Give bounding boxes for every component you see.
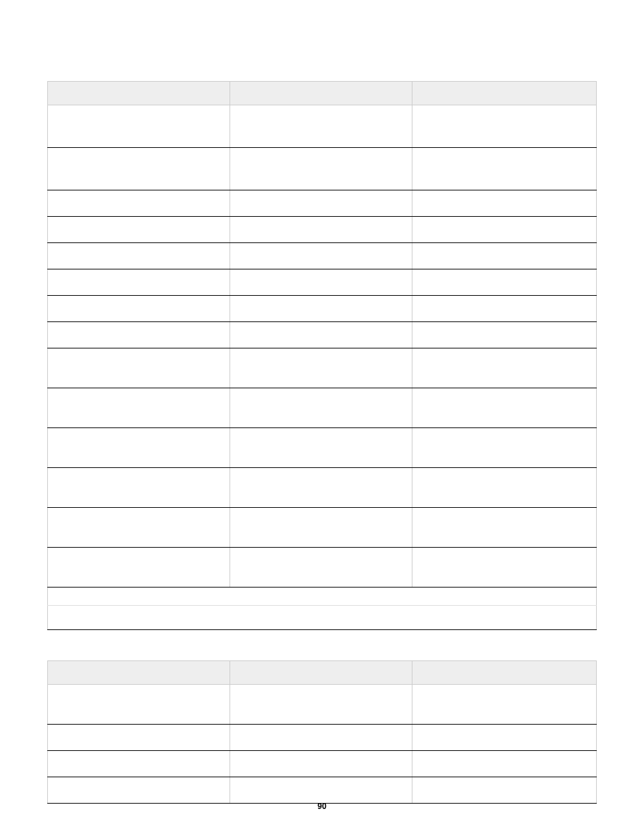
table-1-cell — [412, 217, 596, 243]
table-1-cell — [412, 468, 596, 508]
table-1-cell — [230, 428, 412, 468]
table-1-cell — [230, 243, 412, 269]
table-1-cell — [412, 348, 596, 388]
table-1-row — [48, 322, 597, 348]
table-1-cell — [230, 190, 412, 217]
table-2-wrapper — [47, 660, 597, 804]
table-2-row — [48, 777, 597, 804]
table-1-cell — [230, 548, 412, 588]
table-2-cell — [412, 751, 596, 777]
table-1-cell — [230, 508, 412, 548]
table-1-cell — [48, 388, 230, 428]
table-1-row — [48, 508, 597, 548]
table-1-cell — [48, 508, 230, 548]
table-1-cell — [412, 190, 596, 217]
table-1-cell — [412, 508, 596, 548]
table-1-cell — [48, 148, 230, 190]
table-1-cell — [230, 148, 412, 190]
table-1-cell — [412, 428, 596, 468]
table-1-cell — [412, 548, 596, 588]
table-1-cell — [412, 243, 596, 269]
table-2-cell — [48, 685, 230, 725]
table-2-cell — [230, 777, 412, 804]
table-1-cell — [412, 296, 596, 322]
table-2 — [47, 660, 597, 804]
table-1-cell — [230, 217, 412, 243]
section-divider — [47, 605, 597, 606]
table-1-cell — [48, 217, 230, 243]
table-1-cell — [412, 269, 596, 296]
table-2-row — [48, 751, 597, 777]
table-1-cell — [48, 269, 230, 296]
table-1-row — [48, 296, 597, 322]
table-1-cell — [230, 269, 412, 296]
table-1-header-cell — [48, 82, 230, 105]
table-1-row — [48, 243, 597, 269]
table-1-row — [48, 217, 597, 243]
table-2-cell — [412, 777, 596, 804]
table-1-cell — [230, 296, 412, 322]
table-2-header-cell — [412, 661, 596, 685]
table-1-cell — [412, 148, 596, 190]
table-1-row — [48, 388, 597, 428]
table-2-cell — [230, 725, 412, 751]
table-1-row — [48, 105, 597, 148]
table-1-cell — [48, 243, 230, 269]
table-2-cell — [230, 751, 412, 777]
table-2-cell — [412, 685, 596, 725]
table-1-cell — [230, 105, 412, 148]
table-1-cell — [48, 322, 230, 348]
table-1-cell — [412, 322, 596, 348]
table-1-cell — [48, 296, 230, 322]
table-1-row — [48, 269, 597, 296]
table-1-cell — [48, 190, 230, 217]
table-2-header-row — [48, 661, 597, 685]
table-1-cell — [230, 322, 412, 348]
table-2-row — [48, 685, 597, 725]
table-1-header-cell — [230, 82, 412, 105]
table-1-row — [48, 548, 597, 588]
table-1-row — [48, 428, 597, 468]
page-number: 90 — [0, 802, 644, 811]
table-1-cell — [230, 468, 412, 508]
table-1-cell — [230, 348, 412, 388]
table-2-cell — [48, 751, 230, 777]
table-1-row — [48, 588, 597, 630]
table-1-row — [48, 148, 597, 190]
table-1-row — [48, 190, 597, 217]
table-1-cell-fullspan — [48, 588, 597, 630]
table-2-row — [48, 725, 597, 751]
table-2-header-cell — [230, 661, 412, 685]
table-1-cell — [48, 348, 230, 388]
table-2-cell — [230, 685, 412, 725]
table-1-row — [48, 468, 597, 508]
table-1-header-row — [48, 82, 597, 105]
table-1-header-cell — [412, 82, 596, 105]
table-1-row — [48, 348, 597, 388]
table-1-cell — [48, 548, 230, 588]
table-2-cell — [48, 777, 230, 804]
table-2-cell — [412, 725, 596, 751]
table-1 — [47, 81, 597, 630]
table-1-cell — [48, 468, 230, 508]
document-page: 90 — [0, 0, 644, 834]
table-2-cell — [48, 725, 230, 751]
table-1-cell — [230, 388, 412, 428]
table-1-cell — [48, 428, 230, 468]
table-1-wrapper — [47, 81, 597, 630]
table-1-cell — [412, 105, 596, 148]
table-1-cell — [412, 388, 596, 428]
table-1-cell — [48, 105, 230, 148]
table-2-header-cell — [48, 661, 230, 685]
